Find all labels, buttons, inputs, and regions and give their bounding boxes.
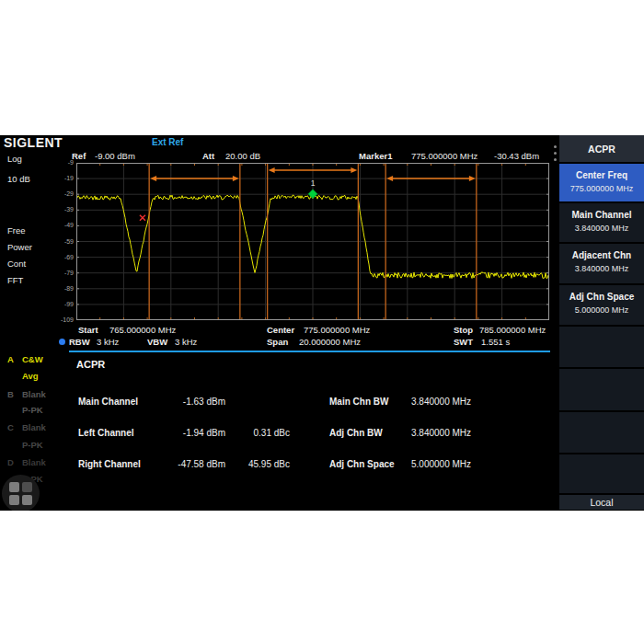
start-freq-label: Start <box>78 325 98 335</box>
softkey-menu-title: ACPR <box>559 135 644 162</box>
main-chn-bw-value: 3.840000 MHz <box>411 397 471 407</box>
trace-c-mode: Blank <box>22 422 46 432</box>
marker-readout-label: Marker1 <box>359 151 392 161</box>
right-channel-power: -47.58 dBm <box>147 459 225 469</box>
y-axis-tick-label: -49 <box>53 222 74 228</box>
softkey-blank-2[interactable] <box>559 369 644 410</box>
y-axis-tick-label: -69 <box>53 254 74 260</box>
main-channel-power: -1.63 dBm <box>147 397 225 407</box>
softkey-blank-3[interactable] <box>559 412 644 453</box>
trace-d-mode: Blank <box>22 457 46 467</box>
detector-mode-label: Power <box>7 242 32 252</box>
softkey-panel: ACPR Center Freq 775.000000 MHz Main Cha… <box>552 135 644 511</box>
y-axis-tick-label: -39 <box>53 206 74 213</box>
softkey-blank-1[interactable] <box>559 327 644 367</box>
ref-level-label: Ref <box>72 151 86 161</box>
softkey-center-freq[interactable]: Center Freq 775.000000 MHz <box>559 164 644 201</box>
marker-readout-ampl: -30.43 dBm <box>494 151 539 161</box>
rbw-coupled-dot <box>59 339 65 345</box>
trace-b-mode: Blank <box>22 389 46 399</box>
trace-a-mode: C&W <box>22 354 43 364</box>
y-axis-labels: -9-19-29-39-49-59-69-79-89-99-109 <box>53 135 74 328</box>
vbw-value: 3 kHz <box>175 337 197 347</box>
center-freq-label: Center <box>267 325 294 335</box>
main-chn-bw-label: Main Chn BW <box>329 397 388 407</box>
span-label: Span <box>267 337 288 347</box>
scale-type-label: Log <box>7 154 22 164</box>
softkey-adj-chn-space[interactable]: Adj Chn Space 5.000000 MHz <box>559 285 644 325</box>
center-freq-value: 775.000000 MHz <box>304 325 370 335</box>
softkey-main-channel[interactable]: Main Channel 3.840000 MHz <box>559 203 644 242</box>
right-channel-label: Right Channel <box>78 459 141 469</box>
stop-freq-value: 785.000000 MHz <box>479 325 546 335</box>
scale-per-div-label: 10 dB <box>7 174 30 184</box>
attenuation-label: Att <box>202 151 214 161</box>
trace-d-id: D <box>7 457 14 467</box>
y-axis-tick-label: -9 <box>53 159 74 166</box>
span-value: 20.000000 MHz <box>299 337 361 347</box>
trace-a-id: A <box>7 354 14 364</box>
rbw-label: RBW <box>69 337 90 347</box>
y-axis-tick-label: -79 <box>53 270 74 276</box>
main-channel-label: Main Channel <box>78 397 138 407</box>
fft-mode-label: FFT <box>7 275 23 285</box>
section-divider-line <box>69 351 550 352</box>
adj-chn-bw-value: 3.840000 MHz <box>411 428 471 438</box>
trace-a-detail: Avg <box>22 371 39 381</box>
y-axis-tick-label: -109 <box>53 316 74 323</box>
y-axis-tick-label: -19 <box>53 175 74 181</box>
rbw-value: 3 kHz <box>97 337 119 347</box>
results-title: ACPR <box>76 359 105 370</box>
marker-readout-freq: 775.000000 MHz <box>411 151 477 161</box>
trace-b-id: B <box>7 389 14 399</box>
ext-ref-indicator: Ext Ref <box>152 137 183 147</box>
left-channel-power: -1.94 dBm <box>147 428 225 438</box>
trace-b-detail: P-PK <box>22 405 43 415</box>
left-channel-label: Left Channel <box>78 428 134 438</box>
swt-value: 1.551 s <box>481 337 510 347</box>
softkey-adjacent-chn[interactable]: Adjacent Chn 3.840000 MHz <box>559 244 644 283</box>
ref-level-value: -9.00 dBm <box>95 151 135 161</box>
y-axis-tick-label: -29 <box>53 190 74 197</box>
local-button[interactable]: Local <box>559 495 644 510</box>
sweep-mode-label: Cont <box>7 259 26 269</box>
panel-drag-dots-icon <box>554 142 558 162</box>
spectrum-plot: 1 <box>76 163 549 320</box>
trace-c-id: C <box>7 422 14 432</box>
y-axis-tick-label: -59 <box>53 238 74 245</box>
trace-c-detail: P-PK <box>22 440 43 450</box>
attenuation-value: 20.00 dB <box>225 151 260 161</box>
right-channel-ratio: 45.95 dBc <box>221 459 290 469</box>
swt-label: SWT <box>454 337 473 347</box>
adj-chn-bw-label: Adj Chn BW <box>329 428 383 438</box>
windows-grid-icon[interactable] <box>2 475 40 511</box>
start-freq-value: 765.000000 MHz <box>109 325 176 335</box>
spectrum-analyzer-ui: SIGLENT Ext Ref Ref -9.00 dBm Att 20.00 … <box>0 135 644 511</box>
y-axis-tick-label: -99 <box>53 301 74 307</box>
trigger-mode-label: Free <box>7 225 26 236</box>
stop-freq-label: Stop <box>454 325 473 335</box>
adj-chn-space-value: 5.000000 MHz <box>411 459 471 469</box>
spectrum-chart: 1 <box>76 163 549 320</box>
left-channel-ratio: 0.31 dBc <box>221 428 290 438</box>
vbw-label: VBW <box>147 337 167 347</box>
adj-chn-space-label: Adj Chn Space <box>329 459 395 469</box>
y-axis-tick-label: -89 <box>53 285 74 292</box>
svg-text:1: 1 <box>311 178 316 188</box>
screenshot-canvas: SIGLENT Ext Ref Ref -9.00 dBm Att 20.00 … <box>0 0 644 644</box>
softkey-blank-4[interactable] <box>559 454 644 493</box>
